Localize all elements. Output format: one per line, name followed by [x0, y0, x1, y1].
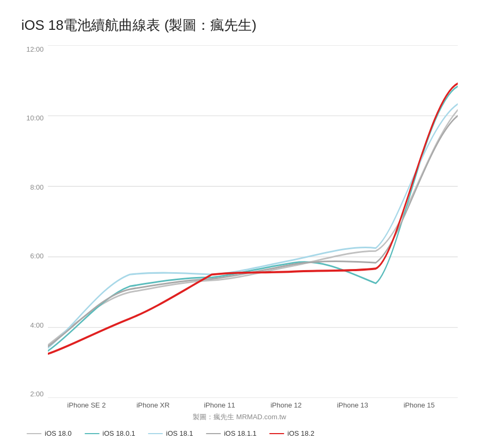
x-label-xr: iPhone XR [120, 401, 186, 409]
chart-svg [48, 45, 458, 398]
page-container: iOS 18電池續航曲線表 (製圖：瘋先生) 12:00 10:00 8:00 … [0, 0, 479, 448]
y-label-600: 6:00 [21, 252, 48, 260]
legend-line-ios181 [148, 433, 163, 434]
y-label-200: 2:00 [21, 390, 48, 398]
chart-with-yaxis: 12:00 10:00 8:00 6:00 4:00 2:00 [21, 45, 458, 398]
legend-label-ios1811: iOS 18.1.1 [224, 429, 257, 437]
x-label-12: iPhone 12 [253, 401, 319, 409]
y-label-800: 8:00 [21, 183, 48, 191]
legend-label-ios180: iOS 18.0 [45, 429, 72, 437]
legend-label-ios1801: iOS 18.0.1 [103, 429, 135, 437]
series-ios182 [48, 84, 458, 354]
series-ios1801 [48, 86, 458, 351]
x-label-15: iPhone 15 [386, 401, 452, 409]
legend-line-ios180 [27, 433, 42, 434]
series-ios180 [48, 110, 458, 345]
legend-label-ios181: iOS 18.1 [166, 429, 193, 437]
chart-body [48, 45, 458, 398]
x-label-se2: iPhone SE 2 [53, 401, 120, 409]
y-label-400: 4:00 [21, 321, 48, 329]
y-label-1000: 10:00 [21, 114, 48, 122]
legend-label-ios182: iOS 18.2 [287, 429, 315, 437]
chart-area: 12:00 10:00 8:00 6:00 4:00 2:00 [21, 45, 458, 422]
legend-item-ios182: iOS 18.2 [269, 429, 315, 437]
x-axis: iPhone SE 2 iPhone XR iPhone 11 iPhone 1… [48, 401, 458, 409]
x-label-11: iPhone 11 [186, 401, 253, 409]
legend-line-ios1801 [85, 433, 100, 434]
y-axis: 12:00 10:00 8:00 6:00 4:00 2:00 [21, 45, 48, 398]
legend-item-ios1801: iOS 18.0.1 [85, 429, 135, 437]
legend-item-ios181: iOS 18.1 [148, 429, 193, 437]
x-label-13: iPhone 13 [319, 401, 386, 409]
page-title: iOS 18電池續航曲線表 (製圖：瘋先生) [21, 16, 458, 35]
legend-item-ios1811: iOS 18.1.1 [206, 429, 257, 437]
y-label-1200: 12:00 [21, 45, 48, 53]
legend: iOS 18.0 iOS 18.0.1 iOS 18.1 iOS 18.1.1 … [21, 429, 458, 437]
legend-item-ios180: iOS 18.0 [27, 429, 72, 437]
series-ios181 [48, 104, 458, 348]
legend-line-ios1811 [206, 433, 221, 434]
legend-line-ios182 [269, 433, 284, 434]
credit: 製圖：瘋先生 MRMAD.com.tw [21, 412, 458, 422]
